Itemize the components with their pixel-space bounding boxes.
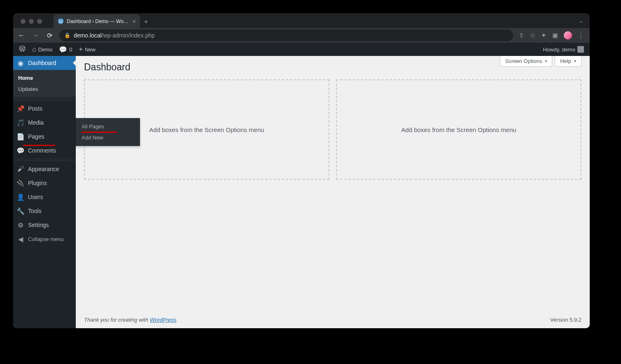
help-button[interactable]: Help▼ <box>555 56 581 67</box>
window-controls <box>21 19 42 24</box>
adminbar-avatar <box>577 46 584 53</box>
close-tab-icon[interactable]: × <box>133 18 136 25</box>
admin-sidebar: ◉ Dashboard Home Updates 📌Posts 🎵Media 📄… <box>13 56 76 328</box>
tab-bar: Dashboard ‹ Demo — WordPre × + ⌄ <box>13 13 590 28</box>
wrench-icon: 🔧 <box>16 207 25 215</box>
widget-box-right: Add boxes from the Screen Options menu <box>336 79 581 180</box>
menu-collapse[interactable]: ◀Collapse menu <box>13 232 76 246</box>
widget-placeholder-text: Add boxes from the Screen Options menu <box>401 126 516 133</box>
submenu-home[interactable]: Home <box>13 72 76 83</box>
window-minimize[interactable] <box>29 19 34 24</box>
page-viewport: ⌂Demo 💬0 +New Howdy, demo ◉ Dashboard Ho… <box>13 43 590 328</box>
menu-posts[interactable]: 📌Posts <box>13 102 76 116</box>
adminbar-wp-logo[interactable] <box>16 43 29 56</box>
menu-pages-label: Pages <box>28 133 44 140</box>
menu-media-label: Media <box>28 119 44 126</box>
profile-avatar[interactable] <box>564 31 572 39</box>
adminbar-site[interactable]: ⌂Demo <box>29 43 56 56</box>
settings-icon: ⚙ <box>16 221 25 229</box>
menu-appearance-label: Appearance <box>28 166 59 172</box>
footer-thanks: Thank you for creating with WordPress. <box>84 317 178 323</box>
share-icon[interactable]: ⇪ <box>519 32 524 39</box>
screen-options-button[interactable]: Screen Options▼ <box>500 56 553 67</box>
screen-meta-links: Screen Options▼ Help▼ <box>500 56 581 67</box>
menu-media[interactable]: 🎵Media <box>13 116 76 130</box>
menu-pages[interactable]: 📄Pages <box>13 130 76 144</box>
address-bar: ← → ⟳ 🔒 demo.local/wp-admin/index.php ⇪ … <box>13 28 590 43</box>
tab-title: Dashboard ‹ Demo — WordPre <box>67 19 130 24</box>
comment-icon: 💬 <box>59 46 67 53</box>
bookmark-icon[interactable]: ☆ <box>530 32 535 39</box>
forward-button[interactable]: → <box>31 32 40 39</box>
menu-collapse-label: Collapse menu <box>28 236 64 242</box>
more-icon[interactable]: ⋮ <box>578 32 584 39</box>
adminbar-comments[interactable]: 💬0 <box>56 43 75 56</box>
menu-users[interactable]: 👤Users <box>13 190 76 204</box>
submenu-updates[interactable]: Updates <box>13 83 76 95</box>
menu-posts-label: Posts <box>28 105 42 112</box>
menu-comments-label: Comments <box>28 147 56 154</box>
menu-tools-label: Tools <box>28 208 42 214</box>
pages-icon: 📄 <box>16 133 25 141</box>
window-zoom[interactable] <box>37 19 42 24</box>
url-field[interactable]: 🔒 demo.local/wp-admin/index.php <box>59 30 513 41</box>
reload-button[interactable]: ⟳ <box>45 32 54 39</box>
adminbar-account[interactable]: Howdy, demo <box>539 43 587 56</box>
lock-icon: 🔒 <box>64 32 70 38</box>
widget-placeholder-text: Add boxes from the Screen Options menu <box>149 126 264 133</box>
window-close[interactable] <box>21 19 26 24</box>
footer-version: Version 5.9.2 <box>550 317 581 323</box>
adminbar-comments-count: 0 <box>69 46 72 53</box>
adminbar-howdy: Howdy, demo <box>543 46 575 53</box>
addr-right-icons: ⇪ ☆ ✦ ▣ ⋮ <box>519 31 586 39</box>
chevron-down-icon: ▼ <box>544 59 548 63</box>
pin-icon: 📌 <box>16 105 25 113</box>
wp-body: Screen Options▼ Help▼ Dashboard Add boxe… <box>76 56 590 328</box>
plug-icon: 🔌 <box>16 179 25 187</box>
brush-icon: 🖌 <box>16 165 25 173</box>
wordpress-favicon <box>58 18 64 24</box>
menu-users-label: Users <box>28 194 43 200</box>
wp-footer: Thank you for creating with WordPress. V… <box>76 311 590 328</box>
back-button[interactable]: ← <box>17 32 26 39</box>
submenu-dashboard: Home Updates <box>13 70 76 97</box>
extensions-icon[interactable]: ✦ <box>541 32 546 39</box>
menu-separator <box>13 159 76 161</box>
flyout-all-pages[interactable]: All Pages <box>76 121 140 132</box>
browser-window: Dashboard ‹ Demo — WordPre × + ⌄ ← → ⟳ 🔒… <box>13 13 590 328</box>
menu-appearance[interactable]: 🖌Appearance <box>13 162 76 176</box>
dashboard-widgets: Add boxes from the Screen Options menu A… <box>84 79 581 180</box>
comments-icon: 💬 <box>16 147 25 155</box>
url-text: demo.local/wp-admin/index.php <box>74 32 155 39</box>
sidepanel-icon[interactable]: ▣ <box>552 32 558 39</box>
menu-settings[interactable]: ⚙Settings <box>13 218 76 232</box>
plus-icon: + <box>79 46 83 53</box>
collapse-icon: ◀ <box>16 235 25 243</box>
annotation-underline-pages <box>23 145 55 146</box>
browser-tab[interactable]: Dashboard ‹ Demo — WordPre × <box>54 14 140 28</box>
adminbar-new-label: New <box>85 46 96 53</box>
help-label: Help <box>560 58 571 64</box>
screen-options-label: Screen Options <box>505 58 542 64</box>
annotation-underline-allpages <box>82 132 117 133</box>
footer-wp-link[interactable]: WordPress <box>150 317 176 323</box>
chevron-down-icon: ▼ <box>573 59 577 63</box>
user-icon: 👤 <box>16 193 25 201</box>
menu-plugins[interactable]: 🔌Plugins <box>13 176 76 190</box>
menu-dashboard-label: Dashboard <box>28 60 56 66</box>
dashboard-icon: ◉ <box>16 59 25 67</box>
home-icon: ⌂ <box>32 46 36 53</box>
menu-settings-label: Settings <box>28 222 49 228</box>
menu-plugins-label: Plugins <box>28 180 47 186</box>
media-icon: 🎵 <box>16 119 25 127</box>
menu-separator <box>13 98 76 100</box>
wp-admin-bar: ⌂Demo 💬0 +New Howdy, demo <box>13 43 590 56</box>
tabs-dropdown-icon[interactable]: ⌄ <box>579 18 583 24</box>
menu-dashboard[interactable]: ◉ Dashboard <box>13 56 76 70</box>
flyout-add-new[interactable]: Add New <box>76 132 140 143</box>
new-tab-button[interactable]: + <box>144 18 148 26</box>
adminbar-new[interactable]: +New <box>76 43 99 56</box>
wordpress-icon <box>19 45 26 53</box>
menu-tools[interactable]: 🔧Tools <box>13 204 76 218</box>
adminbar-site-label: Demo <box>38 46 53 53</box>
